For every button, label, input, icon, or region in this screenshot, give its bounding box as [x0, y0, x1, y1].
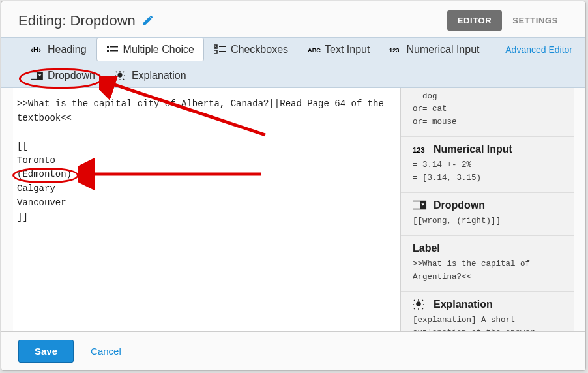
help-num-body: = 3.14 +- 2% = [3.14, 3.15): [413, 159, 565, 185]
help-text-input: ABC Text Input = dog or= cat or= mouse: [401, 88, 574, 137]
help-label-title: Label: [413, 243, 440, 254]
pencil-icon[interactable]: [142, 16, 153, 26]
123-icon: 123: [413, 143, 428, 155]
svg-rect-2: [110, 46, 118, 48]
svg-rect-6: [219, 46, 226, 47]
comp-heading[interactable]: ‹H› Heading: [21, 38, 96, 61]
help-dropdown: Dropdown [[wrong, (right)]]: [401, 193, 574, 236]
help-text-body: = dog or= cat or= mouse: [413, 91, 565, 128]
svg-text:123: 123: [413, 146, 425, 154]
source-editor[interactable]: >>What is the capital city of Alberta, C…: [13, 88, 400, 331]
help-expl-body: [explanation] A short explanation of the…: [413, 314, 565, 331]
tab-settings[interactable]: SETTINGS: [502, 10, 568, 31]
svg-rect-3: [107, 50, 109, 52]
comp-heading-label: Heading: [48, 44, 87, 55]
comp-mc-label: Multiple Choice: [123, 44, 194, 55]
help-explanation: Explanation [explanation] A short explan…: [401, 292, 574, 331]
cancel-button[interactable]: Cancel: [91, 346, 121, 357]
comp-num-label: Numerical Input: [406, 44, 479, 55]
help-label: Label >>What is the capital of Argentina…: [401, 236, 574, 292]
comp-numerical-input[interactable]: 123 Numerical Input: [379, 38, 489, 61]
tab-editor[interactable]: EDITOR: [447, 10, 502, 31]
component-toolbar: ‹H› Heading Multiple Choice Checkboxes A…: [1, 37, 585, 88]
footer: Save Cancel: [1, 331, 585, 370]
comp-cb-label: Checkboxes: [231, 44, 288, 55]
svg-text:‹H›: ‹H›: [31, 45, 41, 53]
comp-text-input[interactable]: ABC Text Input: [298, 38, 379, 61]
svg-rect-1: [107, 46, 109, 48]
header: Editing: Dropdown EDITOR SETTINGS: [1, 1, 585, 37]
help-panel[interactable]: ABC Text Input = dog or= cat or= mouse 1…: [400, 88, 574, 331]
help-dd-body: [[wrong, (right)]]: [413, 215, 565, 228]
title-wrap: Editing: Dropdown: [18, 12, 153, 29]
help-numerical: 123 Numerical Input = 3.14 +- 2% = [3.14…: [401, 137, 574, 193]
comp-text-label: Text Input: [325, 44, 370, 55]
comp-multiple-choice[interactable]: Multiple Choice: [96, 38, 204, 61]
abc-icon: ABC: [308, 44, 321, 55]
list-icon: [106, 44, 119, 55]
svg-rect-4: [110, 50, 118, 52]
dropdown-icon: [413, 200, 428, 211]
checkbox-icon: [214, 44, 227, 55]
comp-explanation[interactable]: Explanation: [105, 64, 196, 87]
svg-text:123: 123: [389, 47, 399, 53]
view-switch: EDITOR SETTINGS: [447, 10, 568, 31]
svg-rect-7: [214, 50, 217, 53]
help-expl-title: Explanation: [434, 299, 493, 310]
help-num-title: Numerical Input: [434, 143, 512, 155]
heading-icon: ‹H›: [31, 44, 44, 55]
advanced-editor-link[interactable]: Advanced Editor: [497, 39, 580, 60]
svg-text:ABC: ABC: [308, 47, 321, 53]
svg-point-13: [117, 73, 122, 78]
lightbulb-icon: [413, 299, 428, 310]
save-button[interactable]: Save: [18, 340, 74, 363]
svg-rect-8: [219, 51, 226, 52]
comp-checkboxes[interactable]: Checkboxes: [204, 38, 298, 61]
dropdown-icon: [31, 70, 44, 81]
comp-expl-label: Explanation: [132, 70, 186, 82]
help-dd-title: Dropdown: [434, 200, 485, 211]
comp-dropdown[interactable]: Dropdown: [21, 64, 105, 87]
page-title: Editing: Dropdown: [18, 12, 136, 29]
body: >>What is the capital city of Alberta, C…: [13, 88, 574, 331]
lightbulb-icon: [115, 70, 128, 81]
svg-point-18: [416, 301, 421, 306]
editor-window: Editing: Dropdown EDITOR SETTINGS ‹H› He…: [1, 1, 586, 371]
comp-dropdown-label: Dropdown: [48, 70, 95, 82]
123-icon: 123: [389, 44, 402, 55]
help-label-body: >>What is the capital of Argentina?<<: [413, 258, 565, 284]
